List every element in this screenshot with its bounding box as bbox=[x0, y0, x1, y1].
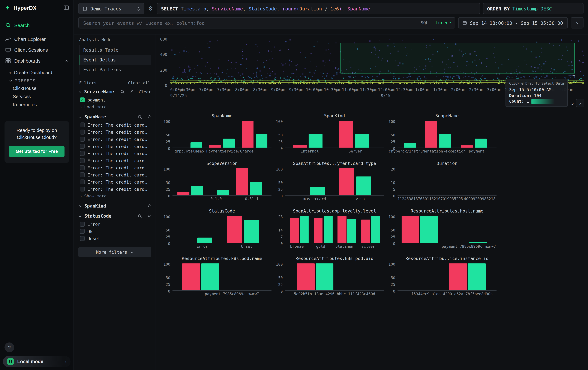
filter-option[interactable]: ✓payment bbox=[78, 96, 151, 103]
checkbox[interactable] bbox=[80, 151, 85, 156]
bar-red[interactable] bbox=[461, 145, 473, 148]
run-query-button[interactable]: ▷ bbox=[571, 17, 584, 29]
sidebar-item-client-sessions[interactable]: Client Sessions bbox=[0, 45, 74, 56]
bar-green[interactable] bbox=[469, 242, 487, 243]
load-more-button[interactable]: ›Show more bbox=[78, 192, 151, 199]
chevron-up-icon[interactable] bbox=[65, 59, 68, 63]
bar-red[interactable] bbox=[425, 121, 437, 148]
next-page-button[interactable]: › bbox=[576, 99, 584, 107]
bar-green[interactable] bbox=[404, 143, 416, 148]
bar-green[interactable] bbox=[197, 238, 212, 243]
bar-red[interactable] bbox=[314, 218, 323, 243]
search-icon[interactable] bbox=[138, 214, 142, 219]
bar-red[interactable] bbox=[449, 263, 467, 290]
search-icon[interactable] bbox=[138, 115, 142, 119]
chevron-down-icon[interactable] bbox=[78, 115, 83, 119]
bar-red[interactable] bbox=[236, 168, 248, 195]
bar-red[interactable] bbox=[337, 216, 346, 243]
pin-icon[interactable] bbox=[129, 90, 134, 94]
sidebar-item-services[interactable]: Services bbox=[0, 92, 74, 101]
checkbox[interactable] bbox=[80, 130, 85, 134]
bar-green[interactable] bbox=[356, 176, 371, 195]
clear-filter-button[interactable]: Clear bbox=[139, 89, 151, 94]
sidebar-item-create-dashboard[interactable]: +Create Dashboard bbox=[0, 69, 74, 77]
bar-green[interactable] bbox=[468, 263, 486, 290]
chevron-right-icon[interactable] bbox=[78, 204, 83, 208]
chevron-down-icon[interactable] bbox=[78, 90, 82, 93]
checkbox[interactable] bbox=[80, 229, 85, 234]
chart-plot[interactable] bbox=[285, 216, 384, 243]
checkbox[interactable] bbox=[80, 222, 85, 227]
get-started-button[interactable]: Get Started for Free bbox=[9, 146, 64, 157]
chart-plot[interactable] bbox=[172, 169, 272, 196]
checkbox[interactable] bbox=[80, 187, 85, 191]
analysis-mode-results-table[interactable]: Results Table bbox=[80, 45, 151, 55]
bar-red[interactable] bbox=[182, 263, 200, 290]
filter-option[interactable]: Error: The credit card (… bbox=[78, 121, 151, 129]
bar-green[interactable] bbox=[256, 134, 268, 148]
chart-plot[interactable] bbox=[398, 216, 496, 243]
filter-option[interactable]: Error bbox=[78, 221, 151, 228]
checkbox[interactable] bbox=[80, 144, 85, 149]
chart-plot[interactable] bbox=[172, 121, 272, 148]
bar-green[interactable] bbox=[223, 139, 235, 148]
search-icon[interactable] bbox=[120, 90, 125, 94]
checkbox[interactable]: ✓ bbox=[80, 98, 85, 102]
search-input[interactable] bbox=[83, 20, 418, 26]
pin-icon[interactable] bbox=[147, 115, 151, 119]
drag-handle-icon[interactable]: — bbox=[573, 73, 575, 78]
bar-green[interactable] bbox=[191, 186, 203, 195]
local-mode-button[interactable]: U Local mode › bbox=[3, 356, 71, 367]
bar-green[interactable] bbox=[347, 219, 356, 243]
help-button[interactable]: ? bbox=[4, 342, 14, 352]
bar-green[interactable] bbox=[250, 182, 262, 195]
chart-plot[interactable] bbox=[398, 121, 496, 148]
bar-red[interactable] bbox=[401, 216, 419, 243]
analysis-mode-event-patterns[interactable]: Event Patterns bbox=[80, 65, 151, 75]
bar-green[interactable] bbox=[309, 134, 323, 148]
clear-all-button[interactable]: Clear all bbox=[128, 80, 150, 85]
filter-option[interactable]: Error: The credit card (… bbox=[78, 129, 151, 136]
bar-red[interactable] bbox=[209, 145, 221, 148]
analysis-mode-event-deltas[interactable]: Event Deltas bbox=[80, 55, 151, 65]
more-filters-button[interactable]: More filters bbox=[78, 247, 151, 257]
date-range-picker[interactable]: Sep 14 18:00:00 - Sep 15 05:30:00 bbox=[458, 17, 568, 29]
checkbox[interactable] bbox=[80, 172, 85, 177]
chart-plot[interactable] bbox=[398, 169, 496, 196]
pin-icon[interactable] bbox=[147, 214, 151, 219]
bar-red[interactable] bbox=[290, 218, 299, 243]
bar-green[interactable] bbox=[217, 190, 229, 195]
checkbox[interactable] bbox=[80, 137, 85, 141]
filter-option[interactable]: Error: The credit card (… bbox=[78, 143, 151, 150]
bar-red[interactable] bbox=[339, 121, 353, 148]
timeline-plot[interactable] bbox=[170, 38, 584, 85]
chevron-down-icon[interactable] bbox=[78, 214, 83, 218]
chart-plot[interactable] bbox=[285, 169, 384, 196]
source-select[interactable]: Demo Traces bbox=[78, 3, 144, 14]
gear-icon[interactable]: ⚙ bbox=[147, 5, 154, 12]
sidebar-item-dashboards[interactable]: Dashboards bbox=[0, 56, 74, 66]
bar-red[interactable] bbox=[293, 145, 307, 148]
selection-rectangle[interactable] bbox=[340, 43, 575, 73]
bar-green[interactable] bbox=[300, 216, 309, 243]
filter-option[interactable]: Ok bbox=[78, 228, 151, 235]
bar-red[interactable] bbox=[361, 220, 370, 243]
checkbox[interactable] bbox=[80, 180, 85, 184]
bar-green[interactable] bbox=[324, 216, 333, 243]
bar-green[interactable] bbox=[316, 263, 334, 290]
bar-green[interactable] bbox=[399, 195, 405, 195]
chart-plot[interactable] bbox=[172, 264, 272, 291]
bar-green[interactable] bbox=[190, 142, 202, 148]
sidebar-item-kubernetes[interactable]: Kubernetes bbox=[0, 101, 74, 109]
bar-green[interactable] bbox=[475, 139, 487, 148]
chart-plot[interactable] bbox=[172, 216, 272, 243]
bar-red[interactable] bbox=[227, 216, 242, 243]
filter-option[interactable]: Error: The credit card (… bbox=[78, 136, 151, 143]
bar-red[interactable] bbox=[178, 192, 189, 195]
bar-green[interactable] bbox=[420, 216, 438, 243]
chart-plot[interactable] bbox=[398, 264, 496, 291]
filter-option[interactable]: Error: The credit card (… bbox=[78, 164, 151, 171]
bar-green[interactable] bbox=[371, 216, 380, 243]
checkbox[interactable] bbox=[80, 123, 85, 127]
collapse-sidebar-icon[interactable] bbox=[63, 5, 69, 10]
